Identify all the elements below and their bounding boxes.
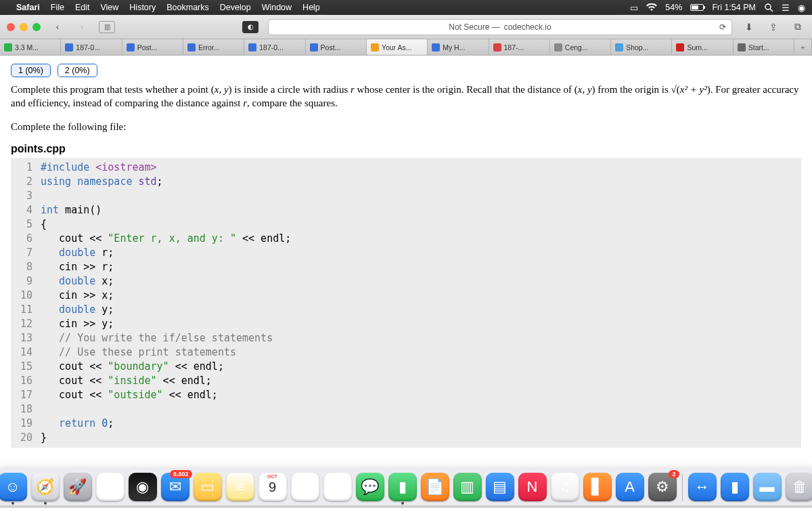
code-text[interactable]: double r; — [41, 246, 114, 260]
menu-window[interactable]: Window — [262, 3, 292, 12]
browser-tab[interactable]: Post... — [306, 39, 367, 55]
code-line[interactable]: 8 cin >> r; — [11, 260, 801, 274]
dock-folder[interactable]: ▬ — [753, 473, 782, 501]
browser-tab[interactable]: 187-0... — [244, 39, 305, 55]
dock-trash[interactable]: 🗑 — [786, 473, 813, 501]
menu-help[interactable]: Help — [302, 3, 320, 12]
code-line[interactable]: 9 double x; — [11, 274, 801, 289]
browser-tab[interactable]: Ceng... — [550, 39, 611, 55]
downloads-button[interactable]: ⬇ — [742, 22, 757, 33]
menu-history[interactable]: History — [129, 3, 156, 12]
wifi-icon[interactable] — [646, 3, 657, 12]
dock-safari[interactable]: 🧭 — [31, 473, 60, 501]
code-text[interactable]: // Use these print statements — [41, 345, 236, 360]
code-editor[interactable]: 1#include <iostream>2using namespace std… — [11, 158, 801, 448]
browser-tab[interactable]: Your As... — [367, 39, 428, 55]
code-line[interactable]: 19 return 0; — [11, 417, 801, 431]
test-tab[interactable]: 1 (0%) — [11, 64, 51, 77]
code-line[interactable]: 20} — [11, 431, 801, 445]
code-line[interactable]: 14 // Use these print statements — [11, 345, 801, 360]
code-line[interactable]: 12 cin >> y; — [11, 317, 801, 331]
code-text[interactable]: // You write the if/else statements — [41, 331, 273, 345]
code-text[interactable]: return 0; — [41, 417, 114, 431]
test-tab[interactable]: 2 (0%) — [58, 64, 97, 77]
dock-pages[interactable]: 📄 — [421, 473, 449, 501]
dock-finder[interactable]: ☺ — [0, 473, 27, 501]
code-text[interactable]: int main() — [41, 203, 102, 217]
spotlight-icon[interactable] — [764, 3, 773, 12]
dock-chrome[interactable]: ◐ — [96, 473, 125, 501]
code-line[interactable]: 15 cout << "boundary" << endl; — [11, 360, 801, 374]
dock-books[interactable]: ▋ — [583, 473, 612, 501]
app-menu[interactable]: Safari — [16, 3, 40, 12]
code-text[interactable]: using namespace std; — [41, 175, 163, 189]
code-line[interactable]: 10 cin >> x; — [11, 289, 801, 303]
dock-siri[interactable]: ◉ — [129, 473, 157, 501]
code-text[interactable]: { — [41, 217, 47, 232]
code-line[interactable]: 3 — [11, 189, 801, 203]
dock-camera[interactable]: ▮ — [721, 473, 749, 501]
code-text[interactable]: cout << "boundary" << endl; — [41, 360, 224, 374]
dock-mail[interactable]: ✉6,802 — [161, 473, 189, 501]
code-line[interactable]: 2using namespace std; — [11, 175, 801, 189]
dock-launchpad[interactable]: 🚀 — [64, 473, 92, 501]
code-text[interactable]: } — [41, 431, 47, 445]
code-text[interactable]: cout << "Enter r, x, and y: " << endl; — [41, 232, 291, 246]
screen-mirror-icon[interactable]: ▭ — [630, 3, 638, 13]
close-window-button[interactable] — [7, 23, 15, 31]
code-line[interactable]: 7 double r; — [11, 246, 801, 260]
code-text[interactable]: cin >> x; — [41, 289, 114, 303]
code-line[interactable]: 4int main() — [11, 203, 801, 217]
clock[interactable]: Fri 1:54 PM — [712, 3, 756, 12]
code-line[interactable]: 18 — [11, 402, 801, 417]
dock-calendar[interactable]: OCT9 — [258, 473, 287, 501]
code-line[interactable]: 6 cout << "Enter r, x, and y: " << endl; — [11, 232, 801, 246]
code-text[interactable]: double x; — [41, 274, 114, 289]
browser-tab[interactable]: Error... — [183, 39, 244, 55]
back-button[interactable]: ‹ — [50, 20, 65, 34]
menu-view[interactable]: View — [100, 3, 118, 12]
menu-develop[interactable]: Develop — [220, 3, 251, 12]
code-line[interactable]: 5{ — [11, 217, 801, 232]
reader-button[interactable]: ◐ — [242, 21, 258, 33]
code-text[interactable]: cin >> r; — [41, 260, 114, 274]
code-text[interactable]: cout << "inside" << endl; — [41, 374, 212, 388]
code-text[interactable]: double y; — [41, 303, 114, 317]
new-tab-button[interactable]: + — [794, 39, 812, 55]
dock-music[interactable]: ♫ — [551, 473, 579, 501]
code-text[interactable]: #include <iostream> — [41, 161, 157, 175]
dock-appstore[interactable]: A — [616, 473, 644, 501]
dock-teamviewer[interactable]: ↔ — [688, 473, 717, 501]
code-line[interactable]: 16 cout << "inside" << endl; — [11, 374, 801, 388]
code-line[interactable]: 1#include <iostream> — [11, 161, 801, 175]
dock-settings[interactable]: ⚙2 — [648, 473, 677, 501]
dock-freeform[interactable]: ▭ — [194, 473, 222, 501]
browser-tab[interactable]: Shop... — [611, 39, 672, 55]
browser-tab[interactable]: 3.3 M... — [0, 39, 61, 55]
sidebar-toggle-button[interactable]: ▥ — [99, 21, 115, 33]
code-line[interactable]: 17 cout << "outside" << endl; — [11, 388, 801, 402]
dock-notes[interactable]: ≡ — [226, 473, 254, 501]
dock-keynote[interactable]: ▤ — [486, 473, 514, 501]
code-text[interactable]: cin >> y; — [41, 317, 114, 331]
code-line[interactable]: 13 // You write the if/else statements — [11, 331, 801, 345]
browser-tab[interactable]: Sum... — [672, 39, 733, 55]
control-center-icon[interactable]: ☰ — [782, 3, 790, 13]
share-button[interactable]: ⇪ — [766, 22, 781, 33]
forward-button[interactable]: › — [74, 20, 89, 34]
browser-tab[interactable]: My H... — [428, 39, 489, 55]
address-bar[interactable]: Not Secure — codecheck.io ⟳ — [268, 19, 732, 35]
battery-icon[interactable] — [690, 4, 704, 11]
browser-tab[interactable]: Start... — [734, 39, 794, 55]
menu-file[interactable]: File — [51, 3, 64, 12]
dock-facetime[interactable]: ▮ — [388, 473, 417, 501]
dock-reminders[interactable]: ⋮⋮ — [291, 473, 319, 501]
menu-bookmarks[interactable]: Bookmarks — [166, 3, 209, 12]
minimize-window-button[interactable] — [20, 23, 28, 31]
zoom-window-button[interactable] — [32, 23, 41, 31]
dock-numbers[interactable]: ▥ — [453, 473, 482, 501]
browser-tab[interactable]: 187-0... — [61, 39, 122, 55]
reload-button[interactable]: ⟳ — [719, 22, 726, 32]
code-line[interactable]: 11 double y; — [11, 303, 801, 317]
browser-tab[interactable]: 187-... — [489, 39, 550, 55]
